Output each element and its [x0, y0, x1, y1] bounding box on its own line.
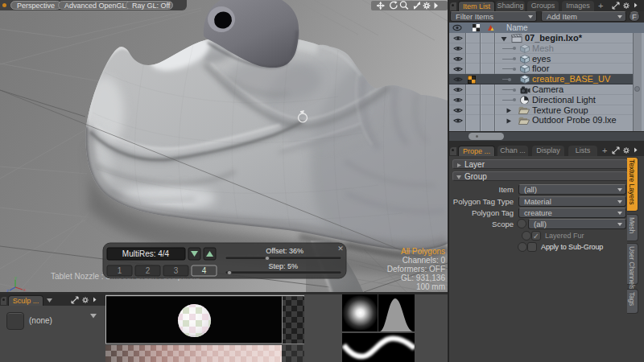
- svg-text:✕: ✕: [337, 245, 344, 253]
- svg-text:Deformers: OFF: Deformers: OFF: [387, 265, 445, 274]
- svg-text:GL: 931,136: GL: 931,136: [401, 274, 445, 282]
- svg-text:y: y: [14, 275, 17, 280]
- svg-text:4: 4: [202, 266, 207, 275]
- svg-text:2: 2: [146, 266, 151, 275]
- svg-text:x: x: [23, 287, 26, 292]
- svg-text:100 mm: 100 mm: [416, 282, 445, 291]
- svg-text:All Polygons: All Polygons: [401, 247, 445, 256]
- svg-text:MultiRes: 4/4: MultiRes: 4/4: [122, 249, 170, 258]
- svg-text:1: 1: [118, 266, 122, 275]
- svg-text:Channels: 0: Channels: 0: [402, 256, 446, 265]
- svg-text:Offset: 36%: Offset: 36%: [266, 247, 303, 255]
- svg-text:3: 3: [174, 266, 179, 275]
- svg-text:Step: 5%: Step: 5%: [268, 262, 298, 270]
